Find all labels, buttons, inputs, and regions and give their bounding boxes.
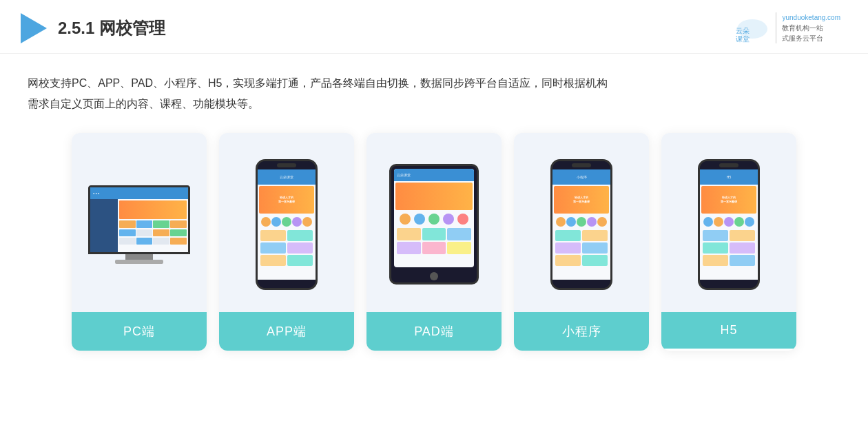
page-title: 2.5.1 网校管理 xyxy=(58,17,165,39)
device-app-mockup: 云朵课堂 轻进人才的第一堂兴趣课 xyxy=(256,159,318,290)
device-miniprogram-mockup: 小程序 轻进人才的第一堂兴趣课 xyxy=(550,159,612,290)
page: 2.5.1 网校管理 云朵 课堂 yunduoketang.com 教育机构一站… xyxy=(0,0,868,434)
svg-text:课堂: 课堂 xyxy=(736,35,750,43)
pc-screen: ● ● ● xyxy=(88,185,190,254)
card-pc: ● ● ● xyxy=(72,133,207,351)
card-pad: 云朵课堂 xyxy=(366,133,502,351)
description-line1: 网校支持PC、APP、PAD、小程序、H5，实现多端打通，产品各终端自由切换，数… xyxy=(28,73,840,94)
logo-right: 云朵 课堂 yunduoketang.com 教育机构一站 式服务云平台 xyxy=(734,12,840,43)
device-pad-mockup: 云朵课堂 xyxy=(389,164,479,285)
svg-text:云朵: 云朵 xyxy=(736,27,750,34)
card-pc-label: PC端 xyxy=(72,312,207,351)
logo-cloud: 云朵 课堂 xyxy=(734,14,770,43)
card-app-image: 云朵课堂 轻进人才的第一堂兴趣课 xyxy=(219,133,354,312)
description-line2: 需求自定义页面上的内容、课程、功能模块等。 xyxy=(28,94,840,114)
card-h5: H5 轻进人才的第一堂兴趣课 xyxy=(661,133,796,351)
card-app-label: APP端 xyxy=(219,312,354,351)
card-h5-image: H5 轻进人才的第一堂兴趣课 xyxy=(661,133,796,312)
description-block: 网校支持PC、APP、PAD、小程序、H5，实现多端打通，产品各终端自由切换，数… xyxy=(0,54,868,126)
cards-section: ● ● ● xyxy=(0,126,868,371)
card-miniprogram: 小程序 轻进人才的第一堂兴趣课 xyxy=(514,133,649,351)
yunduoketang-logo-icon: 云朵 课堂 xyxy=(734,14,770,43)
card-h5-label: H5 xyxy=(661,312,796,349)
card-app: 云朵课堂 轻进人才的第一堂兴趣课 xyxy=(219,133,354,351)
card-miniprogram-image: 小程序 轻进人才的第一堂兴趣课 xyxy=(514,133,649,312)
device-pc-mockup: ● ● ● xyxy=(88,185,190,264)
header-left: 2.5.1 网校管理 xyxy=(21,13,165,43)
logo-slogan: yunduoketang.com 教育机构一站 式服务云平台 xyxy=(776,12,840,43)
card-pad-image: 云朵课堂 xyxy=(366,133,502,312)
card-pad-label: PAD端 xyxy=(366,312,502,351)
device-h5-mockup: H5 轻进人才的第一堂兴趣课 xyxy=(698,159,760,290)
card-miniprogram-label: 小程序 xyxy=(514,312,649,351)
logo-triangle-icon xyxy=(21,13,47,43)
header: 2.5.1 网校管理 云朵 课堂 yunduoketang.com 教育机构一站… xyxy=(0,0,868,54)
card-pc-image: ● ● ● xyxy=(72,133,207,312)
